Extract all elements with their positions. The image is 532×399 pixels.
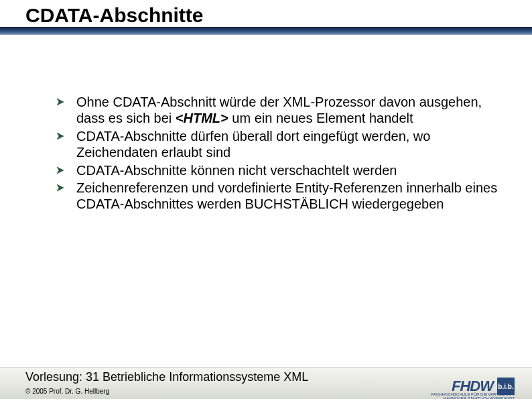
footer-lecture-value: 31 Betriebliche Informationssysteme XML (82, 370, 308, 384)
content-area: Ohne CDATA-Abschnitt würde der XML-Proze… (56, 94, 505, 214)
title-underline (0, 27, 532, 35)
title-bar: CDATA-Abschnitte (0, 0, 532, 35)
svg-marker-3 (57, 184, 64, 191)
bullet-list: Ohne CDATA-Abschnitt würde der XML-Proze… (56, 94, 505, 213)
footer-lecture: Vorlesung: 31 Betriebliche Informationss… (25, 370, 308, 384)
bullet-text-post: um ein neues Element handelt (228, 111, 413, 125)
footer: Vorlesung: 31 Betriebliche Informationss… (0, 360, 532, 399)
bullet-text-pre: Zeichenreferenzen und vordefinierte Enti… (76, 180, 497, 211)
svg-marker-0 (57, 99, 64, 105)
slide: CDATA-Abschnitte Ohne CDATA-Abschnitt wü… (0, 0, 532, 399)
footer-lecture-label: Vorlesung: (25, 370, 82, 384)
footer-copyright: © 2005 Prof. Dr. G. Hellberg (25, 388, 109, 395)
arrow-icon (56, 98, 64, 106)
bullet-text-pre: CDATA-Abschnitte können nicht verschacht… (76, 163, 397, 178)
list-item: Zeichenreferenzen und vordefinierte Enti… (56, 180, 505, 213)
bullet-text-strong: <HTML> (176, 111, 228, 125)
list-item: Ohne CDATA-Abschnitt würde der XML-Proze… (56, 94, 505, 127)
svg-marker-1 (57, 133, 64, 139)
list-item: CDATA-Abschnitte können nicht verschacht… (56, 162, 505, 178)
arrow-icon (56, 166, 64, 174)
arrow-icon (56, 184, 64, 192)
logo-subtext: FACHHOCHSCHULE FÜR DIE WIRTSCHAFT HANNOV… (431, 392, 515, 399)
bullet-text-pre: CDATA-Abschnitte dürfen überall dort ein… (76, 129, 430, 160)
svg-marker-2 (57, 167, 64, 174)
arrow-icon (56, 132, 64, 140)
slide-title: CDATA-Abschnitte (25, 4, 204, 27)
list-item: CDATA-Abschnitte dürfen überall dort ein… (56, 128, 505, 161)
logo-sub-line2: HANNOVER STAATLICH ANERKANNT (444, 396, 515, 399)
